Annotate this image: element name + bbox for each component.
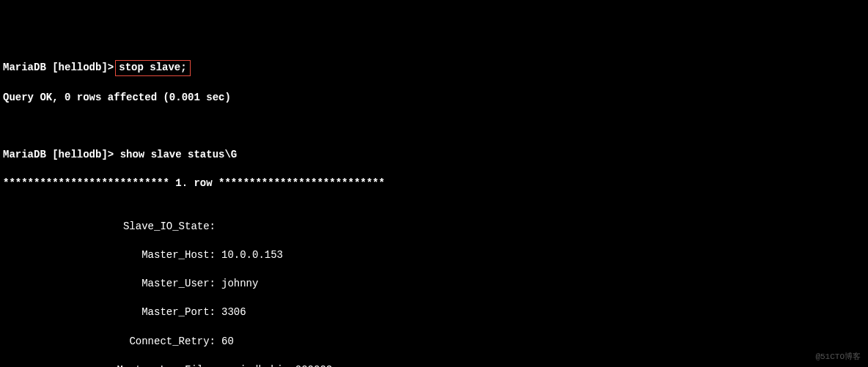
prompt-line-1[interactable]: MariaDB [hellodb]>stop slave;: [3, 60, 865, 76]
value-master-port: 3306: [216, 305, 246, 320]
prompt-prefix: MariaDB [hellodb]>: [3, 62, 114, 73]
prompt-line-2[interactable]: MariaDB [hellodb]> show slave status\G: [3, 148, 865, 163]
command-2: show slave status\G: [120, 149, 238, 160]
prompt-prefix-2: MariaDB [hellodb]>: [3, 149, 114, 160]
value-master-host: 10.0.0.153: [216, 248, 283, 263]
label-master-host: Master_Host:: [3, 248, 216, 263]
status-slave-io-state: Slave_IO_State:: [3, 220, 865, 234]
label-master-user: Master_User:: [3, 277, 216, 292]
highlighted-command: stop slave;: [115, 60, 190, 76]
label-master-log-file: Master_Log_File:: [3, 363, 216, 367]
status-connect-retry: Connect_Retry:60: [3, 335, 865, 349]
query-result: Query OK, 0 rows affected (0.001 sec): [3, 91, 865, 105]
value-master-log-file: mariadb-bin.000003: [216, 363, 332, 367]
status-master-port: Master_Port:3306: [3, 305, 865, 320]
status-master-host: Master_Host:10.0.0.153: [3, 248, 865, 263]
value-slave-io-state: [216, 220, 221, 234]
status-master-log-file: Master_Log_File:mariadb-bin.000003: [3, 363, 865, 367]
label-slave-io-state: Slave_IO_State:: [3, 220, 216, 234]
label-master-port: Master_Port:: [3, 305, 216, 320]
blank-line: [3, 119, 865, 134]
value-connect-retry: 60: [216, 335, 234, 349]
watermark: @51CTO博客: [815, 352, 861, 363]
status-master-user: Master_User:johnny: [3, 277, 865, 292]
label-connect-retry: Connect_Retry:: [3, 335, 216, 349]
row-header: *************************** 1. row *****…: [3, 177, 865, 191]
value-master-user: johnny: [216, 277, 258, 292]
